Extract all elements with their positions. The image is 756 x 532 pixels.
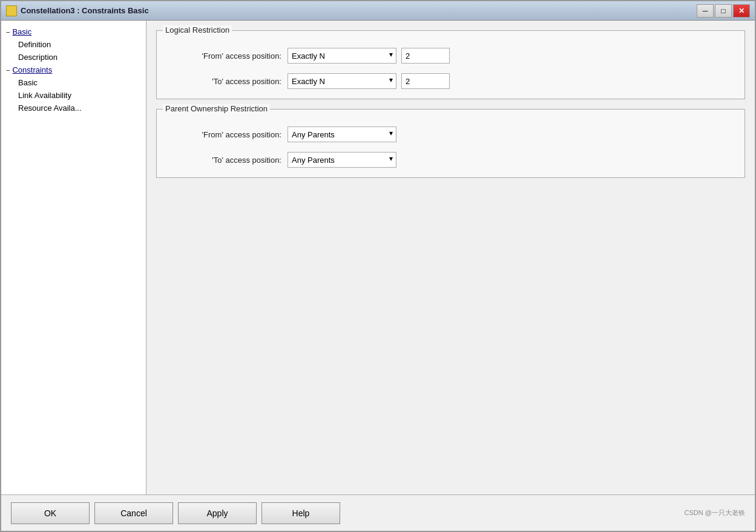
close-button[interactable]: ✕ <box>733 4 750 18</box>
logical-from-select[interactable]: Exactly N At Most N At Least N Unconstra… <box>288 48 396 64</box>
sidebar-item-definition-label: Definition <box>18 40 51 49</box>
watermark-text: CSDN @一只大老铁 <box>685 508 745 517</box>
apply-button[interactable]: Apply <box>178 502 257 524</box>
sidebar-item-description-label: Description <box>18 53 58 62</box>
toggle-basic-icon: − <box>6 28 10 36</box>
logical-from-row: 'From' access position: Exactly N At Mos… <box>166 48 735 64</box>
minimize-button[interactable]: ─ <box>697 4 714 18</box>
sidebar-item-definition[interactable]: Definition <box>1 38 146 51</box>
sidebar-item-description[interactable]: Description <box>1 51 146 64</box>
logical-to-select[interactable]: Exactly N At Most N At Least N Unconstra… <box>288 73 396 89</box>
sidebar: − Basic Definition Description − Constra… <box>1 21 146 494</box>
toggle-constraints-icon: − <box>6 67 10 74</box>
logical-to-row: 'To' access position: Exactly N At Most … <box>166 73 735 89</box>
window-title: Constellation3 : Constraints Basic <box>21 6 697 15</box>
logical-to-select-wrapper: Exactly N At Most N At Least N Unconstra… <box>288 73 396 89</box>
sidebar-section-constraints-label: Constraints <box>12 65 52 74</box>
logical-to-label: 'To' access position: <box>166 77 288 86</box>
ownership-from-select-wrapper: Any Parents No Parents Single Parent Mul… <box>288 126 396 142</box>
sidebar-item-resource-availability[interactable]: Resource Availa... <box>1 102 146 114</box>
sidebar-item-basic[interactable]: Basic <box>1 76 146 89</box>
ownership-from-select[interactable]: Any Parents No Parents Single Parent Mul… <box>288 126 396 142</box>
sidebar-section-basic-label: Basic <box>12 27 31 36</box>
parent-ownership-title: Parent Ownership Restriction <box>163 104 270 113</box>
main-panel: Logical Restriction 'From' access positi… <box>146 21 755 494</box>
title-bar: Constellation3 : Constraints Basic ─ □ ✕ <box>1 1 755 21</box>
bottom-bar: OK Cancel Apply Help CSDN @一只大老铁 <box>1 494 755 531</box>
logical-from-select-wrapper: Exactly N At Most N At Least N Unconstra… <box>288 48 396 64</box>
sidebar-item-link-availability[interactable]: Link Availability <box>1 89 146 102</box>
ownership-to-label: 'To' access position: <box>166 156 288 165</box>
sidebar-section-constraints[interactable]: − Constraints <box>1 64 146 76</box>
window-icon <box>6 5 17 16</box>
content-area: − Basic Definition Description − Constra… <box>1 21 755 494</box>
sidebar-item-link-availability-label: Link Availability <box>18 91 71 100</box>
ownership-to-select-wrapper: Any Parents No Parents Single Parent Mul… <box>288 152 396 168</box>
cancel-button[interactable]: Cancel <box>94 502 173 524</box>
sidebar-item-resource-availability-label: Resource Availa... <box>18 103 82 113</box>
logical-to-number-input[interactable] <box>401 73 450 89</box>
ok-button[interactable]: OK <box>11 502 90 524</box>
logical-restriction-group: Logical Restriction 'From' access positi… <box>156 30 745 99</box>
restore-button[interactable]: □ <box>715 4 732 18</box>
parent-ownership-group: Parent Ownership Restriction 'From' acce… <box>156 109 745 178</box>
help-button[interactable]: Help <box>261 502 340 524</box>
ownership-from-row: 'From' access position: Any Parents No P… <box>166 126 735 142</box>
ownership-to-row: 'To' access position: Any Parents No Par… <box>166 152 735 168</box>
main-window: Constellation3 : Constraints Basic ─ □ ✕… <box>0 0 756 532</box>
logical-from-number-input[interactable] <box>401 48 450 64</box>
ownership-to-select[interactable]: Any Parents No Parents Single Parent Mul… <box>288 152 396 168</box>
logical-from-label: 'From' access position: <box>166 51 288 61</box>
window-controls: ─ □ ✕ <box>697 4 750 18</box>
sidebar-item-basic-label: Basic <box>18 78 38 87</box>
ownership-from-label: 'From' access position: <box>166 130 288 139</box>
sidebar-section-basic[interactable]: − Basic <box>1 25 146 38</box>
logical-restriction-title: Logical Restriction <box>163 25 232 34</box>
